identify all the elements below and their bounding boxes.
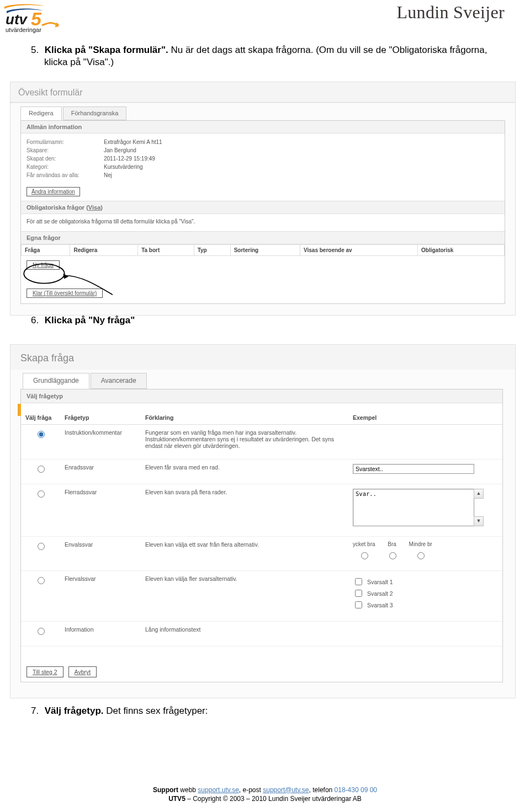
col-forklaring: Förklaring (141, 411, 348, 425)
tab-grundlaggande[interactable]: Grundläggande (23, 373, 89, 389)
section-obligatoriska: Obligatoriska frågor (Visa) (21, 201, 505, 214)
checkbox-label: Svarsalt 1 (367, 579, 393, 585)
info-value: Nej (104, 171, 112, 179)
support-web-link[interactable]: support.utv.se (198, 786, 239, 794)
page-footer: Support webb support.utv.se, e-post supp… (0, 786, 530, 803)
col-tabort: Ta bort (138, 245, 194, 256)
qtype-label: Instruktion/kommentar (60, 425, 141, 460)
support-email-link[interactable]: support@utv.se (263, 786, 309, 794)
col-redigera: Redigera (70, 245, 138, 256)
qtype-label: Flerradssvar (60, 484, 141, 537)
option-label: ycket bra (353, 541, 375, 547)
tab-forhandsgranska[interactable]: Förhandsgranska (63, 106, 127, 120)
radio-envalssvar[interactable] (38, 543, 45, 550)
scroll-down-icon[interactable]: ▼ (474, 516, 484, 526)
qtype-desc: Eleven kan välja ett svar från flera alt… (141, 537, 348, 571)
info-label: Skapare: (26, 146, 104, 154)
example-checkbox[interactable] (355, 601, 362, 608)
qtype-label: Enradssvar (60, 460, 141, 484)
section-allman-info: Allmän information (21, 121, 505, 133)
create-question-title: Skapa fråga (10, 345, 515, 370)
support-phone: 018-430 09 00 (335, 786, 377, 794)
example-textarea[interactable]: Svar.. (353, 489, 474, 526)
orange-marker-icon (18, 404, 21, 416)
info-value: 2011-12-29 15:19:49 (104, 154, 155, 163)
overview-title: Övesikt formulär (10, 82, 515, 102)
info-grid: Formulärnamn:Extrafrågor Kemi A ht11 Ska… (21, 133, 505, 185)
to-step-2-button[interactable]: Till steg 2 (26, 666, 63, 677)
radio-instruktion[interactable] (38, 431, 45, 438)
qtype-desc: Eleven kan välja fler svarsalternativ. (141, 571, 348, 622)
col-exempel: Exempel (348, 411, 502, 425)
qtype-label: Information (60, 622, 141, 647)
col-fraga: Fråga (22, 245, 70, 256)
checkbox-label: Svarsalt 3 (367, 602, 393, 608)
example-radio[interactable] (361, 552, 368, 559)
col-sortering: Sortering (230, 245, 300, 256)
example-checkbox[interactable] (355, 578, 362, 585)
radio-information[interactable] (38, 628, 45, 635)
radio-flervalssvar[interactable] (38, 577, 45, 584)
col-valj-fraga: Välj fråga (21, 411, 60, 425)
screenshot-overview-form: Övesikt formulär Redigera Förhandsgransk… (10, 82, 516, 316)
col-fragetyp: Frågetyp (60, 411, 141, 425)
svg-text:utvärderingar: utvärderingar (6, 26, 41, 33)
cancel-button[interactable]: Avbryt (68, 666, 97, 677)
tab-avancerade[interactable]: Avancerade (91, 373, 147, 389)
tab-redigera[interactable]: Redigera (20, 106, 62, 120)
info-label: Formulärnamn: (26, 138, 104, 146)
example-single-choice: ycket bra Bra Mindre br (353, 541, 469, 560)
info-value: Jan Berglund (104, 146, 136, 154)
qtype-desc: Fungerar som en vanlig fråga men har ing… (141, 425, 348, 460)
example-radio[interactable] (417, 552, 425, 559)
step-5-text: 5. Klicka på "Skapa formulär". Nu är det… (44, 44, 491, 68)
question-type-table: Välj fråga Frågetyp Förklaring Exempel I… (21, 411, 502, 647)
qtype-desc: Eleven kan svara på flera rader. (141, 484, 348, 537)
visa-link[interactable]: Visa (88, 204, 100, 211)
step-7-text: 7. Välj frågetyp. Det finns sex frågetyp… (44, 705, 491, 717)
info-label: Skapat den: (26, 154, 104, 163)
section-valj-fragetyp: Välj frågetyp (21, 389, 502, 403)
info-value: Kursutvärdering (104, 163, 143, 171)
utv5-logo: utv 5 utvärderingar (3, 3, 81, 35)
radio-flerradssvar[interactable] (38, 490, 45, 498)
change-info-button[interactable]: Ändra information (26, 187, 80, 196)
step-6-text: 6. Klicka på "Ny fråga" (44, 314, 491, 327)
qtype-label: Envalssvar (60, 537, 141, 571)
svg-text:utv: utv (6, 11, 28, 28)
example-radio[interactable] (389, 552, 396, 559)
example-multi-choice: Svarsalt 1 Svarsalt 2 Svarsalt 3 (353, 576, 436, 610)
screenshot-create-question: Skapa fråga Grundläggande Avancerade Väl… (10, 344, 516, 698)
info-label: Kategori: (26, 163, 104, 171)
brand-title: Lundin Sveijer (396, 2, 505, 23)
own-questions-table: Fråga Redigera Ta bort Typ Sortering Vis… (21, 244, 505, 256)
col-obligatorisk: Obligatorisk (418, 245, 505, 256)
tabs-row: Redigera Förhandsgranska (10, 103, 515, 120)
example-checkbox[interactable] (355, 590, 362, 597)
section-egna-fragor: Egna frågor (21, 231, 505, 244)
info-value: Extrafrågor Kemi A ht11 (104, 138, 162, 146)
obligatoriska-text: För att se de obligatoriska frågorna til… (21, 214, 505, 231)
radio-enradssvar[interactable] (38, 466, 45, 473)
scroll-up-icon[interactable]: ▲ (474, 489, 484, 499)
col-visas: Visas beroende av (300, 245, 418, 256)
qtype-desc: Eleven får svara med en rad. (141, 460, 348, 484)
qtype-desc: Lång informationstext (141, 622, 348, 647)
done-button[interactable]: Klar (Till översikt formulär) (26, 289, 103, 298)
checkbox-label: Svarsalt 2 (367, 590, 393, 597)
new-question-button[interactable]: Ny fråga (26, 260, 60, 270)
example-text-input[interactable] (353, 464, 474, 474)
info-label: Får användas av alla: (26, 171, 104, 179)
col-typ: Typ (194, 245, 230, 256)
option-label: Mindre br (409, 541, 432, 547)
option-label: Bra (388, 541, 396, 547)
qtype-label: Flervalssvar (60, 571, 141, 622)
